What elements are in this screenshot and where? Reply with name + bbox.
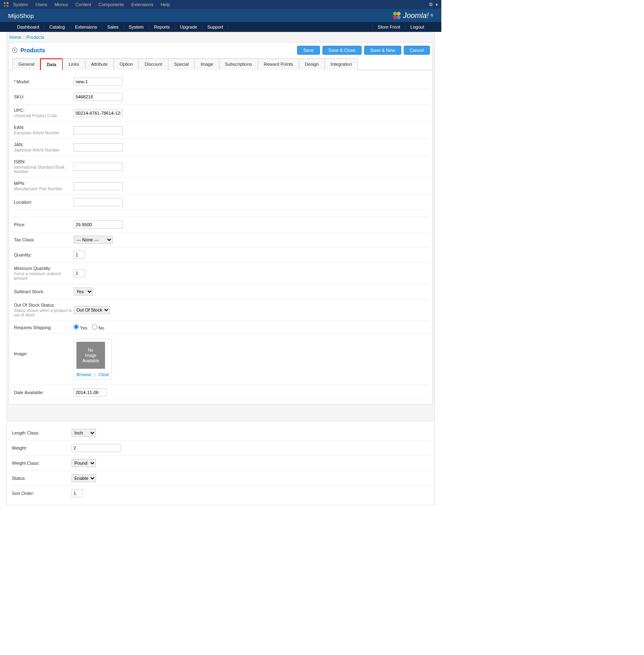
svg-point-1 (7, 2, 9, 4)
save-close-button[interactable]: Save & Close (322, 46, 362, 55)
weight-class-select[interactable]: Pound (72, 459, 96, 467)
sort-order-input[interactable] (72, 489, 83, 497)
svg-point-2 (4, 5, 6, 7)
min-quantity-hint: Force a minimum ordered amount (14, 272, 74, 281)
min-quantity-label: Minimum Quantity: (14, 266, 51, 271)
topbar-help[interactable]: Help (161, 2, 170, 7)
tab-image[interactable]: Image (195, 58, 219, 70)
products-gear-icon (11, 47, 18, 53)
jan-label: JAN: (14, 142, 24, 147)
joomla-admin-topbar: System Users Menus Content Components Ex… (0, 0, 441, 9)
requires-shipping-label: Requires Shipping: (14, 325, 52, 330)
weight-input[interactable] (72, 444, 121, 452)
tab-data[interactable]: Data (40, 58, 63, 70)
image-browse-link[interactable]: Browse (76, 372, 92, 377)
jan-input[interactable] (74, 143, 123, 151)
joomla-icon-small (3, 2, 9, 7)
tax-class-select[interactable]: --- None --- (74, 236, 113, 244)
upc-hint: Universal Product Code (14, 114, 74, 118)
image-placeholder: No Image Available (76, 342, 105, 369)
status-label: Status: (12, 476, 26, 481)
status-select[interactable]: Enabled (72, 474, 96, 482)
brand-title: MijoShop (8, 12, 392, 19)
nav-store-front[interactable]: Store Front (372, 25, 405, 29)
tab-attribute[interactable]: Attribute (85, 58, 114, 70)
topbar-menus[interactable]: Menus (54, 2, 68, 7)
upc-input[interactable] (74, 109, 123, 117)
nav-system[interactable]: System (124, 25, 149, 29)
svg-point-3 (7, 5, 9, 7)
model-input[interactable] (74, 78, 123, 86)
gear-icon[interactable]: ⚙ (429, 2, 433, 7)
weight-label: Weight: (12, 446, 27, 450)
tabs: General Data Links Attribute Option Disc… (9, 58, 432, 70)
topbar-components[interactable]: Components (98, 2, 124, 7)
nav-catalog[interactable]: Catalog (45, 25, 70, 29)
nav-support[interactable]: Support (203, 25, 229, 29)
tab-option[interactable]: Option (114, 58, 139, 70)
date-available-input[interactable] (74, 388, 106, 397)
save-button[interactable]: Save (297, 46, 320, 55)
quantity-label: Quantity: (14, 252, 32, 257)
header-bar: MijoShop Joomla! ® (0, 9, 441, 22)
price-input[interactable] (74, 221, 123, 229)
nav-upgrade[interactable]: Upgrade (175, 25, 202, 29)
caret-down-icon[interactable]: ▾ (436, 2, 438, 7)
requires-shipping-yes[interactable] (74, 324, 79, 330)
isbn-hint: International Standard Book Number (14, 165, 74, 174)
quantity-input[interactable] (74, 251, 85, 259)
breadcrumb-home[interactable]: Home (9, 35, 21, 40)
svg-point-5 (397, 12, 400, 16)
tab-design[interactable]: Design (299, 58, 325, 70)
out-of-stock-label: Out Of Stock Status: (14, 303, 55, 307)
tab-discount[interactable]: Discount (139, 58, 168, 70)
ean-input[interactable] (74, 126, 123, 134)
save-new-button[interactable]: Save & New (364, 46, 401, 55)
tab-integration[interactable]: Integration (324, 58, 358, 70)
subtract-stock-select[interactable]: Yes (74, 287, 93, 296)
form-area-lower: Length Class: Inch Weight: Weight Class:… (7, 421, 435, 505)
topbar-extensions[interactable]: Extensions (131, 2, 153, 7)
joomla-text: Joomla! (403, 11, 429, 20)
topbar-system[interactable]: System (13, 2, 28, 7)
nav-sales[interactable]: Sales (103, 25, 124, 29)
breadcrumb-products[interactable]: Products (27, 35, 44, 40)
image-clear-link[interactable]: Clear (98, 372, 109, 377)
nav-reports[interactable]: Reports (149, 25, 175, 29)
requires-shipping-no[interactable] (92, 324, 97, 330)
ean-hint: European Article Number (14, 131, 74, 135)
tax-class-label: Tax Class: (14, 237, 35, 242)
length-class-label: Length Class: (12, 430, 39, 435)
cancel-button[interactable]: Cancel (404, 46, 430, 55)
page-header: Products Save Save & Close Save & New Ca… (9, 42, 433, 58)
location-label: Location: (14, 200, 32, 205)
mpn-input[interactable] (74, 182, 123, 190)
location-input[interactable] (74, 198, 123, 206)
image-box: No Image Available Browse | Clear (74, 339, 112, 380)
price-label: Price: (14, 222, 25, 227)
tab-links[interactable]: Links (63, 58, 85, 70)
svg-point-9 (14, 49, 16, 51)
page-title: Products (20, 47, 295, 53)
nav-extensions[interactable]: Extensions (70, 25, 103, 29)
topbar-users[interactable]: Users (36, 2, 47, 7)
jan-hint: Japanese Article Number (14, 148, 74, 152)
length-class-select[interactable]: Inch (72, 429, 96, 437)
tab-reward-points[interactable]: Reward Points (258, 58, 300, 70)
nav-logout[interactable]: Logout (405, 25, 429, 29)
mpn-label: MPN: (14, 181, 25, 186)
upc-label: UPC: (14, 108, 25, 113)
nav-dashboard[interactable]: Dashboard (12, 25, 45, 29)
tab-special[interactable]: Special (168, 58, 195, 70)
min-quantity-input[interactable] (74, 269, 85, 277)
sku-input[interactable] (74, 93, 123, 101)
svg-point-4 (393, 12, 397, 16)
tab-general[interactable]: General (12, 58, 40, 70)
sku-label: SKU: (14, 94, 25, 99)
tab-subscriptions[interactable]: Subscriptions (219, 58, 258, 70)
sort-order-label: Sort Order: (12, 491, 34, 496)
topbar-content[interactable]: Content (75, 2, 91, 7)
out-of-stock-select[interactable]: Out Of Stock (74, 306, 110, 314)
breadcrumb: Home :: Products (9, 32, 433, 42)
isbn-input[interactable] (74, 163, 123, 171)
